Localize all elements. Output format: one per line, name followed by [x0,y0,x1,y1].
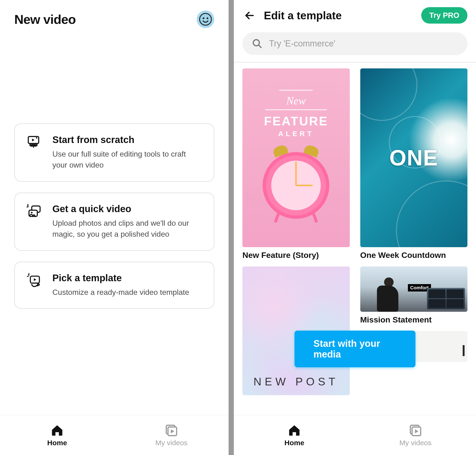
card-subtitle: Use our full suite of editing tools to c… [52,148,202,171]
screen-new-video: New video [0,0,234,455]
screen-edit-template: Edit a template Try PRO New [234,0,476,455]
home-icon [50,423,64,437]
tab-label: Home [47,439,67,447]
template-thumbnail: New FEATURE ALERT [242,68,350,247]
home-icon [287,423,301,437]
tab-bar: Home My videos [234,415,476,455]
search-icon [252,38,262,49]
tab-home[interactable]: Home [0,415,114,455]
tab-label: Home [285,439,304,447]
tab-my-videos[interactable]: My videos [355,415,476,455]
template-label: New Feature (Story) [242,251,350,260]
start-with-media-button[interactable]: Start with your media [294,331,415,367]
thumb-overlay-text: NEW POST [254,375,339,388]
quick-video-icon [26,203,43,220]
card-title: Start from scratch [52,134,202,145]
svg-point-2 [207,17,208,19]
search-input[interactable] [269,39,458,49]
svg-point-0 [199,13,211,25]
svg-marker-4 [32,139,34,142]
svg-point-11 [31,212,33,213]
option-cards: Start from scratch Use our full suite of… [0,123,229,309]
template-mission-statement[interactable]: Comfort Mission Statement [360,267,468,324]
template-one-week-countdown[interactable]: ONE One Week Countdown [360,68,468,260]
alarm-clock-icon [263,152,329,219]
card-pick-template[interactable]: Pick a template Customize a ready-made v… [14,262,214,309]
thumb-overlay-text: New [264,94,328,107]
page-title: New video [14,12,76,27]
left-header: New video [0,0,229,28]
tab-bar: Home My videos [0,415,229,455]
scratch-icon [26,134,43,151]
svg-point-1 [203,17,204,19]
my-videos-icon [409,423,422,437]
card-start-from-scratch[interactable]: Start from scratch Use our full suite of… [14,123,214,182]
tab-home[interactable]: Home [234,415,355,455]
template-icon [26,273,43,289]
card-title: Get a quick video [52,203,202,214]
svg-point-5 [36,137,37,139]
card-subtitle: Customize a ready-made video template [52,287,202,298]
template-thumbnail: ONE [360,68,468,247]
template-new-feature[interactable]: New FEATURE ALERT New Feature (Story) [242,68,350,260]
card-subtitle: Upload photos and clips and we'll do our… [52,218,202,240]
card-title: Pick a template [52,273,202,283]
tab-my-videos[interactable]: My videos [114,415,229,455]
back-button[interactable] [242,8,257,23]
profile-avatar[interactable] [197,10,214,28]
template-thumbnail: Comfort [360,267,468,312]
tab-label: My videos [155,439,187,447]
try-pro-button[interactable]: Try PRO [421,7,468,24]
thumb-overlay-text: FEATURE [264,114,328,128]
svg-line-18 [259,45,261,48]
tab-label: My videos [399,439,431,447]
right-header: Edit a template Try PRO [234,0,476,28]
thumb-overlay-text: ALERT [264,130,328,138]
template-label: One Week Countdown [360,251,468,260]
card-quick-video[interactable]: Get a quick video Upload photos and clip… [14,193,214,251]
page-title: Edit a template [264,9,414,22]
template-label: Mission Statement [360,315,468,324]
arrow-left-icon [244,10,255,21]
my-videos-icon [165,423,178,437]
smiley-icon [199,13,212,26]
svg-marker-13 [34,278,36,281]
search-field[interactable] [242,32,468,55]
search-container [234,28,476,62]
